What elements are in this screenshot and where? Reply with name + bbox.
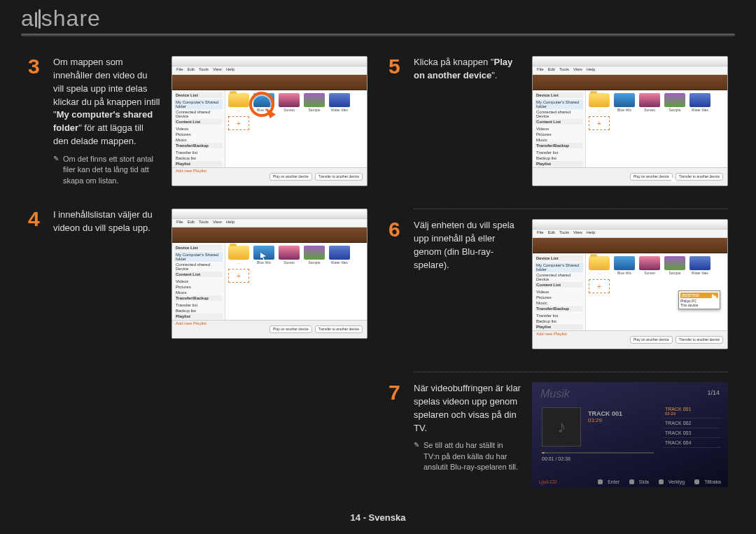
right-column: 5 Klicka på knappen "Play on another dev… xyxy=(388,56,728,499)
window-sidebar: Device List My Computer's Shared folder … xyxy=(172,90,225,167)
screenshot-step5: FileEditToolsViewHelp Device List My Com… xyxy=(532,56,728,186)
screenshot-step7-tv: Musik 1/14 ♪ TRACK 001 03:29 00:01 / 02:… xyxy=(532,382,728,487)
step-text: Om mappen som innehåller den video du vi… xyxy=(53,56,160,196)
window-content: ... Blue hills Sunset Sample Water lilie… xyxy=(225,90,367,167)
tv-header: Musik xyxy=(540,388,570,400)
step-7: 7 När videobuffringen är klar spelas vid… xyxy=(388,382,728,487)
step-number: 5 xyxy=(388,56,405,196)
window-menubar: FileEditToolsViewHelp xyxy=(172,66,367,75)
progress-bar xyxy=(542,452,654,454)
step-text: Välj enheten du vill spela upp innehåll … xyxy=(414,219,521,359)
step-number: 3 xyxy=(28,56,45,196)
folder-icon xyxy=(228,93,249,107)
play-another-device-button: Play on another device xyxy=(270,173,312,181)
left-column: 3 Om mappen som innehåller den video du … xyxy=(28,56,368,499)
step-6: 6 Välj enheten du vill spela upp innehål… xyxy=(388,219,728,359)
step-text: Klicka på knappen "Play on another devic… xyxy=(414,56,521,196)
step-number: 6 xyxy=(388,219,405,359)
header-divider xyxy=(21,34,735,36)
window-titlebar xyxy=(172,57,367,66)
logo-a: a xyxy=(21,6,34,31)
allshare-logo: ashare xyxy=(21,6,101,31)
screenshot-step4: FileEditToolsViewHelp Device List My Com… xyxy=(172,209,368,339)
tv-track-count: 1/14 xyxy=(707,389,720,396)
step-text: När videobuffringen är klar spelas video… xyxy=(414,382,521,487)
logo-b: share xyxy=(41,6,101,31)
tv-track-list: TRACK 00103:29 TRACK 002 TRACK 003 TRACK… xyxy=(662,405,721,448)
step-number: 7 xyxy=(388,382,405,487)
step-note: Om det finns ett stort antal filer kan d… xyxy=(53,154,160,186)
step-text: I innehållslistan väljer du videon du vi… xyxy=(53,209,160,349)
screenshot-step6: FileEditToolsViewHelp Device List My Com… xyxy=(532,219,728,349)
section-divider xyxy=(414,372,728,372)
page-footer: 14 - Svenska xyxy=(0,512,756,523)
window-toolbar xyxy=(172,75,367,90)
step-note: Se till att du har ställt in TV:n på den… xyxy=(414,440,521,472)
add-folder-icon: + xyxy=(228,116,249,130)
screenshot-step3: FileEditToolsViewHelp Device List My Com… xyxy=(172,56,368,186)
section-divider xyxy=(414,209,728,209)
step-3: 3 Om mappen som innehåller den video du … xyxy=(28,56,368,196)
step-5: 5 Klicka på knappen "Play on another dev… xyxy=(388,56,728,196)
tv-footer: Ljud-CD Enter Sida Verktyg Tillbaka xyxy=(539,479,721,484)
progress-time: 00:01 / 02:38 xyxy=(542,456,570,461)
now-playing: TRACK 001 03:29 xyxy=(588,410,622,423)
device-select-popup: [BD]D7500 Philips PC This device xyxy=(678,290,720,309)
highlight-circle-icon xyxy=(249,92,274,117)
step-4: 4 I innehållslistan väljer du videon du … xyxy=(28,209,368,349)
album-art-icon: ♪ xyxy=(542,407,581,447)
transfer-another-device-button: Transfer to another device xyxy=(315,173,363,181)
step-number: 4 xyxy=(28,209,45,349)
